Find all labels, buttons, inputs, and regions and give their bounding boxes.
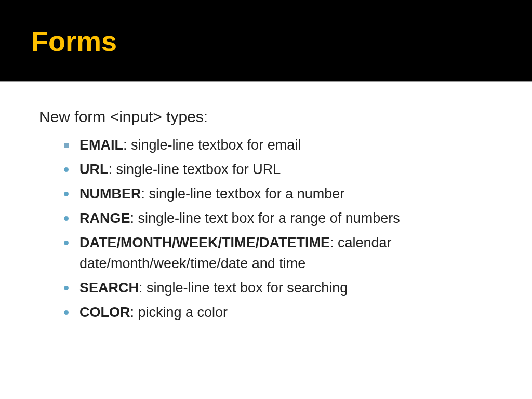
list-item: SEARCH: single-line text box for searchi…	[64, 278, 496, 299]
term: RANGE	[79, 210, 130, 226]
term: COLOR	[79, 304, 130, 320]
slide-content: New form <input> types: EMAIL: single-li…	[0, 82, 532, 323]
list-item: DATE/MONTH/WEEK/TIME/DATETIME: calendar …	[64, 233, 496, 274]
desc: : single-line textbox for a number	[141, 186, 345, 202]
desc: : single-line text box for searching	[139, 280, 348, 296]
slide-title: Forms	[31, 25, 501, 57]
desc: : single-line textbox for URL	[109, 162, 281, 177]
list-item: EMAIL: single-line textbox for email	[64, 135, 496, 156]
list-item: URL: single-line textbox for URL	[64, 159, 496, 180]
term: DATE/MONTH/WEEK/TIME/DATETIME	[79, 235, 330, 250]
desc: : single-line text box for a range of nu…	[130, 210, 400, 226]
intro-text: New form <input> types:	[39, 108, 496, 126]
term: SEARCH	[79, 280, 139, 296]
list-item: COLOR: picking a color	[64, 302, 496, 323]
desc: : single-line textbox for email	[123, 137, 301, 153]
desc: : picking a color	[130, 304, 228, 320]
list-item: NUMBER: single-line textbox for a number	[64, 184, 496, 205]
term: URL	[79, 162, 109, 177]
type-list: EMAIL: single-line textbox for email URL…	[39, 135, 496, 323]
term: NUMBER	[79, 186, 141, 202]
list-item: RANGE: single-line text box for a range …	[64, 208, 496, 229]
slide-header: Forms	[0, 0, 532, 82]
term: EMAIL	[79, 137, 123, 153]
